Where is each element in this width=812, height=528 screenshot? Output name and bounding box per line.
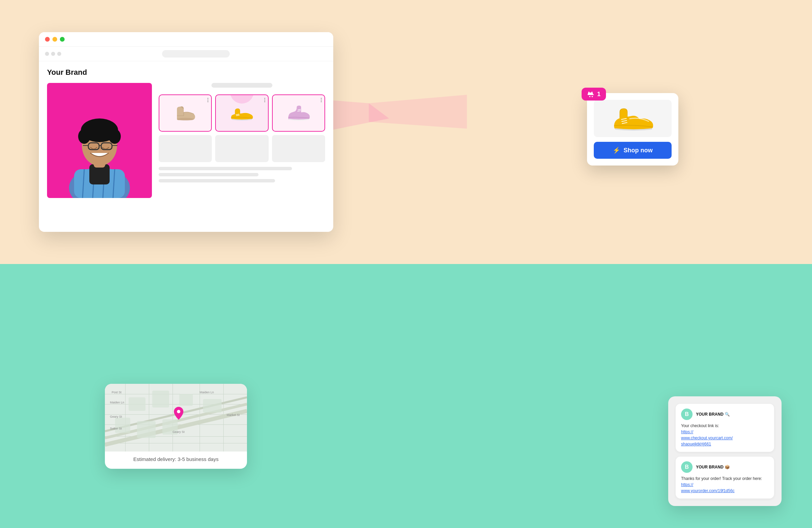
map-pin [174,407,183,421]
product-card-3[interactable] [272,95,325,132]
cart-count: 1 [597,91,600,98]
tracking-link[interactable]: https://www.yourorder.com/19f1d56c [681,482,735,493]
chat-body-1: Your checkout link is: https://www.check… [681,423,769,447]
beige-boot-icon [172,104,199,123]
product-dots-3 [321,98,322,102]
svg-rect-38 [137,421,156,438]
nav-circles [45,52,61,56]
target-circle [230,95,254,103]
minimize-button[interactable] [53,37,57,42]
svg-text:Geary St: Geary St [173,430,185,433]
cart-shoe-large-icon [609,102,656,135]
pink-sneaker-icon [285,104,312,123]
product-card-sm-2 [215,135,268,162]
nav-circle-1 [45,52,49,56]
browser-window: Your Brand [39,32,333,232]
shop-now-label: Shop now [624,147,653,154]
maximize-button[interactable] [60,37,64,42]
chat-avatar-2: B [681,461,693,473]
url-bar[interactable] [162,50,230,58]
placeholder-row-1 [159,167,292,170]
close-button[interactable] [45,37,50,42]
hero-image [47,83,152,198]
cart-icon [587,90,594,98]
person-illustration [47,83,152,198]
nav-circle-3 [57,52,61,56]
chat-body-2: Thanks for your order! Track your order … [681,475,769,494]
yellow-sneaker-icon [228,104,256,123]
svg-text:Market St: Market St [227,413,240,417]
product-card-2[interactable] [215,95,268,132]
chat-avatar-1: B [681,409,693,420]
product-grid-area [159,83,325,198]
svg-point-14 [92,121,107,132]
browser-content: Your Brand [39,61,333,205]
checkout-link[interactable]: https://www.checkout.yourcart.com/shaoue… [681,429,733,446]
product-grid [159,95,325,132]
svg-text:Geary St: Geary St [110,415,122,418]
lightning-icon: ⚡ [613,146,620,154]
svg-point-47 [177,410,180,413]
svg-text:Post St: Post St [112,390,122,394]
svg-rect-33 [129,397,145,411]
svg-rect-34 [152,390,169,408]
chat-brand-1: YOUR BRAND 🔍 [696,412,730,417]
svg-point-26 [592,96,593,98]
svg-rect-37 [115,418,130,433]
svg-text:Maiden Ln: Maiden Ln [200,390,214,394]
svg-text:Maiden Ln: Maiden Ln [110,401,124,404]
product-card-sm-1 [159,135,212,162]
product-card-sm-3 [272,135,325,162]
svg-text:Sutter St: Sutter St [110,427,122,430]
cart-popup: 1 ⚡ Shop now [587,93,678,166]
traffic-lights [45,37,64,42]
product-card-1[interactable] [159,95,212,132]
shop-now-button[interactable]: ⚡ Shop now [594,142,671,159]
product-dots-1 [207,98,208,102]
svg-point-20 [177,118,194,120]
cart-badge: 1 [582,88,606,101]
chat-message-1: B YOUR BRAND 🔍 Your checkout link is: ht… [676,404,774,452]
chat-brand-2: YOUR BRAND 📦 [696,465,730,469]
nav-circle-2 [51,52,55,56]
brand-title: Your Brand [47,68,325,77]
browser-nav [39,47,333,61]
placeholder-rows [159,167,325,183]
chat-header-2: B YOUR BRAND 📦 [681,461,769,473]
map-pin-icon [174,407,183,420]
search-bar-placeholder [212,83,272,88]
cart-shoe-image [594,100,671,137]
chat-message-2: B YOUR BRAND 📦 Thanks for your order! Tr… [676,457,774,499]
delivery-text: Estimated delivery: 3-5 business days [105,452,247,462]
placeholder-row-2 [159,173,259,176]
browser-main [47,83,325,198]
svg-rect-35 [179,394,193,406]
placeholder-row-3 [159,179,275,183]
map-area: Post St Maiden Ln Maiden Ln Geary St Gea… [105,384,247,452]
svg-point-25 [589,96,590,98]
chat-card: B YOUR BRAND 🔍 Your checkout link is: ht… [668,396,782,506]
product-grid-bottom [159,135,325,162]
svg-rect-36 [203,399,222,413]
map-card: Post St Maiden Ln Maiden Ln Geary St Gea… [105,384,247,469]
chat-header-1: B YOUR BRAND 🔍 [681,409,769,420]
product-dots-2 [264,98,265,102]
browser-titlebar [39,32,333,47]
